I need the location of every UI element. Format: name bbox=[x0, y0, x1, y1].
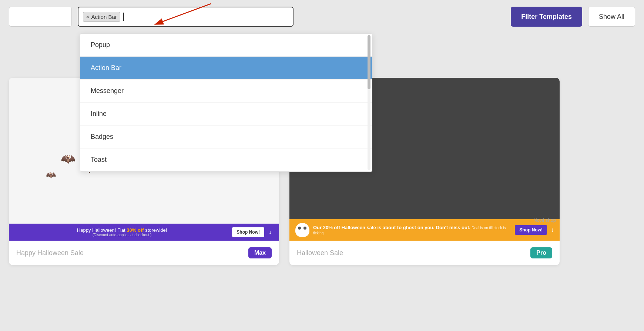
action-bar-text: Happy Halloween! Flat 30% off storewide!… bbox=[16, 227, 228, 237]
shop-now-button-1[interactable]: Shop Now! bbox=[232, 227, 264, 237]
card-footer-1: Happy Halloween Sale Max bbox=[9, 241, 279, 265]
down-arrow-icon-2: ↓ bbox=[551, 227, 554, 233]
show-all-button[interactable]: Show All bbox=[588, 7, 635, 27]
tag-label: Action Bar bbox=[91, 14, 117, 20]
search-box-empty bbox=[9, 7, 72, 27]
dropdown-scrollbar[interactable] bbox=[368, 35, 370, 170]
action-bar-highlight: 30% off bbox=[127, 227, 144, 233]
action-bar-main-text-2: Our 20% off Halloween sale is about to g… bbox=[313, 225, 470, 230]
filter-templates-button[interactable]: Filter Templates bbox=[511, 7, 582, 27]
dropdown-scrollbar-thumb bbox=[368, 35, 370, 89]
dropdown-item-popup[interactable]: Popup bbox=[80, 34, 372, 57]
dropdown-item-messenger[interactable]: Messenger bbox=[80, 80, 372, 103]
card-title-2: Halloween Sale bbox=[297, 249, 343, 257]
type-dropdown: Popup Action Bar Messenger Inline Badges… bbox=[80, 33, 372, 172]
action-bar-halloween2: Our 20% off Halloween sale is about to g… bbox=[289, 219, 560, 241]
dropdown-item-inline[interactable]: Inline bbox=[80, 103, 372, 126]
ghost-text-area: Our 20% off Halloween sale is about to g… bbox=[313, 225, 511, 235]
badge-max: Max bbox=[248, 247, 272, 258]
dropdown-item-badges[interactable]: Badges bbox=[80, 126, 372, 148]
down-arrow-icon: ↓ bbox=[269, 229, 272, 235]
card-footer-2: Halloween Sale Pro bbox=[289, 241, 560, 265]
tag-remove-button[interactable]: × bbox=[86, 14, 89, 20]
action-bar-halloween1: Happy Halloween! Flat 30% off storewide!… bbox=[9, 224, 279, 241]
action-bar-main-text-suffix: storewide! bbox=[144, 227, 167, 233]
top-bar: × Action Bar Filter Templates Show All bbox=[0, 0, 644, 33]
text-cursor bbox=[123, 13, 124, 21]
badge-pro: Pro bbox=[530, 247, 552, 258]
bat-icon: 🦇 bbox=[61, 152, 76, 166]
dropdown-item-action-bar[interactable]: Action Bar bbox=[80, 57, 372, 80]
action-bar-tag[interactable]: × Action Bar bbox=[83, 12, 120, 22]
dropdown-item-toast[interactable]: Toast bbox=[80, 148, 372, 171]
ghost-icon bbox=[295, 223, 309, 237]
card-title-1: Happy Halloween Sale bbox=[16, 249, 84, 257]
search-input-container[interactable]: × Action Bar bbox=[78, 7, 294, 27]
shop-now-button-2[interactable]: Shop Now! bbox=[515, 225, 547, 235]
bat-icon: 🦇 bbox=[46, 170, 56, 180]
nowl-shop-label: Nowl shop bbox=[533, 217, 556, 223]
action-bar-sub-text: (Discount auto-applies at checkout.) bbox=[16, 233, 228, 237]
action-bar-main-text-prefix: Happy Halloween! Flat bbox=[77, 227, 127, 233]
